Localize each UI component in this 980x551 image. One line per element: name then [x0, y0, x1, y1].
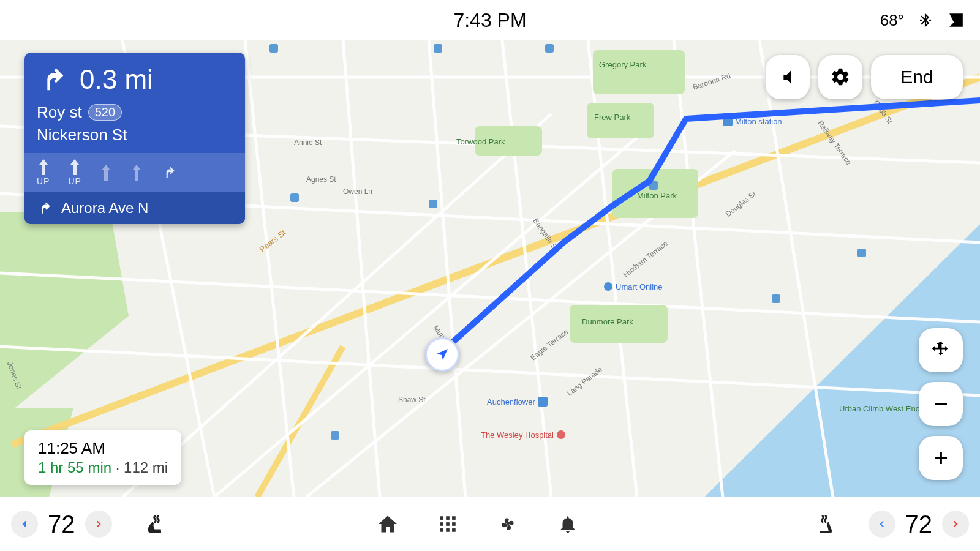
fan-button[interactable]	[496, 512, 519, 536]
nav-next-step: Aurora Ave N	[24, 192, 245, 224]
svg-rect-30	[935, 403, 947, 405]
bottom-bar: 72 72	[0, 497, 980, 551]
climate-right: 72	[789, 511, 970, 538]
climate-right-temp: 72	[902, 511, 937, 538]
lane-up: UP	[37, 159, 50, 186]
park-label: Torwood Park	[456, 137, 505, 146]
gear-icon	[830, 67, 851, 88]
bus-stop-icon	[858, 249, 866, 257]
nav-maneuver-row: 0.3 mi	[24, 53, 245, 103]
svg-rect-40	[446, 528, 450, 532]
poi-transit: Auchenflower	[487, 397, 548, 407]
nav-next-street: Aurora Ave N	[61, 200, 148, 217]
pan-button[interactable]	[919, 328, 963, 372]
park-label: Milton Park	[637, 191, 677, 200]
lane-up	[130, 165, 143, 181]
signal-icon	[947, 11, 965, 29]
svg-point-26	[604, 282, 612, 291]
road-label: Agnes St	[306, 175, 336, 184]
turn-right-icon	[37, 200, 53, 216]
apps-button[interactable]	[436, 512, 459, 536]
lane-right	[161, 165, 177, 181]
svg-rect-25	[723, 116, 733, 126]
end-label: End	[900, 67, 933, 88]
route-badge: 520	[88, 104, 122, 121]
temp-up-right-button[interactable]	[942, 511, 969, 538]
park-label: Frew Park	[594, 113, 630, 122]
notifications-button[interactable]	[556, 512, 579, 536]
volume-icon	[778, 67, 797, 87]
lane-up	[100, 165, 112, 181]
nav-lanes: UP UP	[24, 153, 245, 192]
fan-icon	[496, 512, 519, 536]
road-label: Annie St	[294, 138, 322, 147]
turn-right-icon	[37, 64, 69, 96]
seat-heat-icon	[143, 512, 167, 536]
settings-button[interactable]	[818, 55, 862, 99]
bus-stop-icon	[290, 193, 299, 202]
temp-down-left-button[interactable]	[11, 511, 38, 538]
poi-hospital: The Wesley Hospital	[481, 430, 566, 440]
apps-grid-icon	[437, 514, 458, 534]
climate-left: 72	[11, 511, 167, 538]
map-side-controls	[919, 328, 963, 480]
road-label: Shaw St	[398, 395, 426, 404]
navigation-card[interactable]: 0.3 mi Roy st 520 Nickerson St UP UP Aur…	[24, 53, 245, 224]
eta-distance: 112 mi	[124, 459, 168, 476]
svg-rect-33	[440, 516, 443, 520]
nav-street-row: Roy st 520	[24, 103, 245, 126]
bottom-nav	[167, 512, 789, 536]
park-area	[593, 50, 685, 94]
zoom-out-button[interactable]	[919, 382, 963, 426]
minus-icon	[932, 395, 950, 413]
status-temperature: 68°	[880, 11, 904, 30]
svg-rect-35	[452, 516, 456, 520]
seat-heat-left-button[interactable]	[143, 512, 167, 536]
seat-heat-right-button[interactable]	[813, 512, 838, 536]
eta-card[interactable]: 11:25 AM 1 hr 55 min · 112 mi	[24, 430, 181, 485]
bluetooth-icon	[916, 11, 935, 29]
eta-details: 1 hr 55 min · 112 mi	[38, 459, 168, 476]
svg-rect-36	[440, 522, 443, 526]
svg-rect-37	[446, 522, 450, 526]
eta-arrival-time: 11:25 AM	[38, 439, 168, 458]
end-navigation-button[interactable]: End	[871, 55, 963, 99]
temp-down-right-button[interactable]	[869, 511, 895, 538]
poi-generic: Urban Climb West End	[839, 404, 920, 413]
road-label: Owen Ln	[343, 187, 372, 196]
svg-rect-41	[452, 528, 456, 532]
svg-point-0	[920, 19, 922, 21]
chevron-right-icon	[950, 519, 961, 530]
svg-point-1	[929, 19, 931, 21]
bus-stop-icon	[434, 44, 442, 53]
park-label: Dunmore Park	[582, 317, 633, 326]
status-bar: 7:43 PM 68°	[0, 0, 980, 40]
status-time: 7:43 PM	[453, 9, 526, 32]
climate-left-temp: 72	[44, 511, 79, 538]
eta-duration: 1 hr 55 min	[38, 459, 111, 476]
home-icon	[377, 513, 399, 535]
lane-up: UP	[68, 159, 81, 186]
map-view[interactable]: Gregory Park Frew Park Torwood Park Milt…	[0, 40, 980, 497]
svg-rect-34	[446, 516, 450, 520]
zoom-in-button[interactable]	[919, 436, 963, 480]
poi-transit: Milton station	[723, 116, 782, 126]
svg-rect-38	[452, 522, 456, 526]
home-button[interactable]	[376, 512, 399, 536]
plus-icon	[932, 449, 950, 467]
bus-stop-icon	[545, 44, 554, 53]
svg-rect-27	[538, 397, 548, 407]
chevron-right-icon	[93, 519, 104, 530]
status-right: 68°	[880, 11, 965, 30]
mute-button[interactable]	[766, 55, 810, 99]
temp-up-left-button[interactable]	[85, 511, 112, 538]
bus-stop-icon	[270, 44, 278, 53]
svg-rect-39	[440, 528, 443, 532]
poi-shop: Umart Online	[603, 282, 663, 291]
chevron-left-icon	[19, 519, 30, 530]
svg-rect-32	[940, 452, 942, 464]
park-label: Gregory Park	[599, 60, 646, 69]
current-location-icon	[425, 337, 459, 372]
bell-icon	[557, 514, 578, 534]
seat-heat-icon	[813, 512, 838, 536]
